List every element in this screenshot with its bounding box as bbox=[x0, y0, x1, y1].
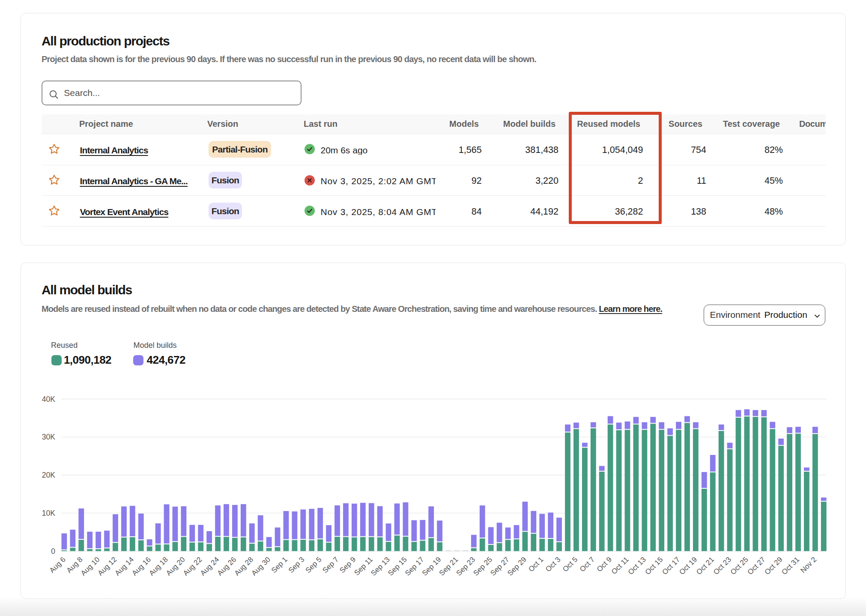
svg-text:Oct 1: Oct 1 bbox=[527, 555, 545, 573]
svg-text:40K: 40K bbox=[42, 395, 55, 403]
svg-text:Sep 25: Sep 25 bbox=[472, 555, 494, 577]
svg-text:Sep 7: Sep 7 bbox=[321, 555, 340, 574]
svg-text:Aug 12: Aug 12 bbox=[96, 555, 119, 577]
svg-text:Aug 16: Aug 16 bbox=[130, 555, 152, 577]
svg-text:Sep 17: Sep 17 bbox=[403, 555, 426, 577]
svg-text:Aug 20: Aug 20 bbox=[164, 555, 187, 577]
svg-text:Sep 3: Sep 3 bbox=[287, 555, 306, 574]
svg-text:Oct 17: Oct 17 bbox=[661, 555, 682, 576]
svg-text:Oct 25: Oct 25 bbox=[729, 555, 750, 576]
svg-text:20K: 20K bbox=[42, 471, 55, 479]
svg-text:Oct 5: Oct 5 bbox=[561, 555, 579, 573]
svg-text:Sep 13: Sep 13 bbox=[369, 555, 391, 577]
svg-text:Oct 27: Oct 27 bbox=[746, 555, 767, 576]
svg-text:Sep 5: Sep 5 bbox=[304, 555, 323, 574]
svg-text:Sep 1: Sep 1 bbox=[270, 555, 289, 574]
svg-text:Oct 23: Oct 23 bbox=[712, 555, 733, 576]
svg-text:Aug 26: Aug 26 bbox=[216, 555, 238, 577]
svg-text:Sep 29: Sep 29 bbox=[506, 555, 528, 577]
svg-text:Oct 3: Oct 3 bbox=[544, 555, 562, 573]
svg-text:Sep 27: Sep 27 bbox=[489, 555, 511, 577]
svg-text:Oct 11: Oct 11 bbox=[610, 555, 630, 576]
svg-text:Aug 30: Aug 30 bbox=[250, 555, 272, 577]
svg-text:Sep 23: Sep 23 bbox=[455, 555, 477, 577]
svg-text:Aug 28: Aug 28 bbox=[233, 555, 255, 577]
svg-text:Aug 24: Aug 24 bbox=[199, 555, 221, 577]
svg-text:Sep 21: Sep 21 bbox=[438, 555, 460, 577]
svg-text:Nov 2: Nov 2 bbox=[799, 555, 818, 574]
svg-text:Aug 18: Aug 18 bbox=[147, 555, 170, 577]
svg-text:0: 0 bbox=[51, 547, 55, 555]
svg-text:Aug 6: Aug 6 bbox=[48, 555, 67, 574]
svg-text:30K: 30K bbox=[42, 433, 55, 441]
svg-text:Sep 19: Sep 19 bbox=[421, 555, 443, 577]
svg-text:Oct 15: Oct 15 bbox=[644, 555, 665, 576]
svg-text:Aug 22: Aug 22 bbox=[182, 555, 204, 577]
svg-text:Oct 21: Oct 21 bbox=[695, 555, 716, 576]
svg-text:Aug 14: Aug 14 bbox=[113, 555, 136, 577]
svg-text:Oct 29: Oct 29 bbox=[763, 555, 784, 576]
svg-text:Oct 19: Oct 19 bbox=[678, 555, 699, 576]
svg-text:Oct 31: Oct 31 bbox=[780, 555, 801, 576]
svg-text:10K: 10K bbox=[42, 508, 55, 517]
svg-text:Aug 10: Aug 10 bbox=[79, 555, 102, 577]
svg-text:Oct 13: Oct 13 bbox=[627, 555, 648, 576]
svg-text:Sep 15: Sep 15 bbox=[386, 555, 409, 577]
svg-text:Oct 7: Oct 7 bbox=[578, 555, 596, 573]
